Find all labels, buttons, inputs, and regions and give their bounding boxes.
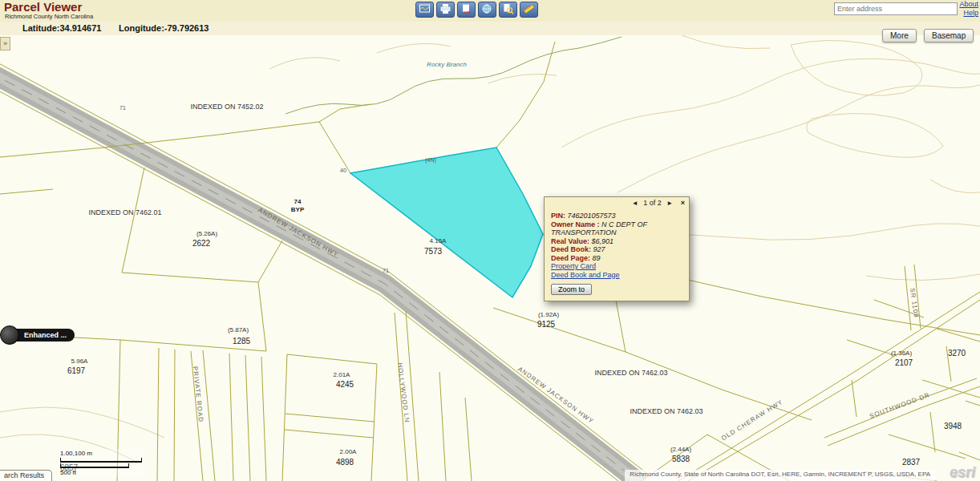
popup-field: Deed Book: 927 <box>551 245 682 254</box>
print-icon <box>439 3 452 17</box>
enhanced-knob-icon <box>0 325 19 345</box>
popup-links: Property CardDeed Book and Page <box>551 262 682 279</box>
print-export-icon <box>460 3 472 17</box>
scale-imperial-label: 500 ft <box>60 469 142 476</box>
popup-header: ◄ 1 of 2 ► × <box>545 197 689 210</box>
map-viewport[interactable]: Rocky BranchINDEXED ON 7452.027140(4N)74… <box>0 35 980 481</box>
corner-links: About Help <box>959 0 978 18</box>
address-search-input[interactable] <box>834 2 958 15</box>
more-button[interactable]: More <box>882 29 917 42</box>
scale-metric-bar <box>60 458 142 463</box>
popup-close-icon[interactable]: × <box>681 199 685 207</box>
popup-field: Deed Page: 89 <box>551 254 682 263</box>
app-header: Parcel Viewer Richmond County North Caro… <box>0 0 980 22</box>
scale-metric-label: 1.00,100 m <box>60 450 142 457</box>
search-results-tab[interactable]: arch Results <box>0 470 52 481</box>
document-search-icon <box>502 3 514 17</box>
identify-popup: ◄ 1 of 2 ► × PIN: 746201057573Owner Name… <box>544 196 690 301</box>
map-toolbar <box>415 2 538 18</box>
popup-field: PIN: 746201057573 <box>551 212 682 220</box>
expand-panel-icon[interactable]: » <box>0 37 10 51</box>
parcel-viewer-app: Parcel Viewer Richmond County North Caro… <box>0 0 980 481</box>
popup-field: Real Value: $6,901 <box>551 237 682 246</box>
about-link[interactable]: About <box>959 0 978 9</box>
zoom-to-button[interactable]: Zoom to <box>551 284 592 295</box>
popup-next-icon[interactable]: ► <box>666 200 673 207</box>
scale-imperial-bar <box>60 463 129 468</box>
popup-link[interactable]: Property Card <box>551 262 682 271</box>
esri-logo: esri <box>950 464 975 481</box>
popup-link[interactable]: Deed Book and Page <box>551 271 682 280</box>
popup-body: PIN: 746201057573Owner Name : N C DEPT O… <box>545 210 689 301</box>
page-title: Parcel Viewer <box>4 0 82 14</box>
page-subtitle: Richmond County North Carolina <box>5 13 93 20</box>
popup-fields: PIN: 746201057573Owner Name : N C DEPT O… <box>551 212 682 262</box>
enhanced-label: Enhanced ... <box>13 329 75 342</box>
rocky-branch-stream <box>285 37 622 114</box>
measure-icon <box>523 3 535 17</box>
basemap-button[interactable]: Basemap <box>924 29 974 42</box>
longitude-readout: Longitude:-79.792613 <box>119 23 209 33</box>
popup-field: Owner Name : N C DEPT OF TRANSPORTATION <box>551 220 682 237</box>
document-search-button[interactable] <box>499 2 517 18</box>
coordinates-bar: Latitude:34.914671 Longitude:-79.792613 <box>0 22 980 35</box>
measure-button[interactable] <box>520 2 538 18</box>
globe-icon <box>481 3 493 17</box>
popup-prev-icon[interactable]: ◄ <box>632 200 638 207</box>
globe-pan-button[interactable] <box>478 2 496 18</box>
map-attribution: Richmond County, State of North Carolina… <box>625 470 935 481</box>
print-export-button[interactable] <box>457 2 476 18</box>
popup-pager: 1 of 2 <box>643 199 662 207</box>
help-link[interactable]: Help <box>959 9 978 18</box>
parcel-map-canvas <box>0 35 980 481</box>
print-button[interactable] <box>436 2 455 18</box>
map-layers-button[interactable] <box>415 2 434 18</box>
map-layers-icon <box>419 3 431 17</box>
latitude-readout: Latitude:34.914671 <box>22 23 101 33</box>
scale-bar: 1.00,100 m 500 ft <box>58 449 144 477</box>
enhanced-search-button[interactable]: Enhanced ... <box>0 325 75 345</box>
